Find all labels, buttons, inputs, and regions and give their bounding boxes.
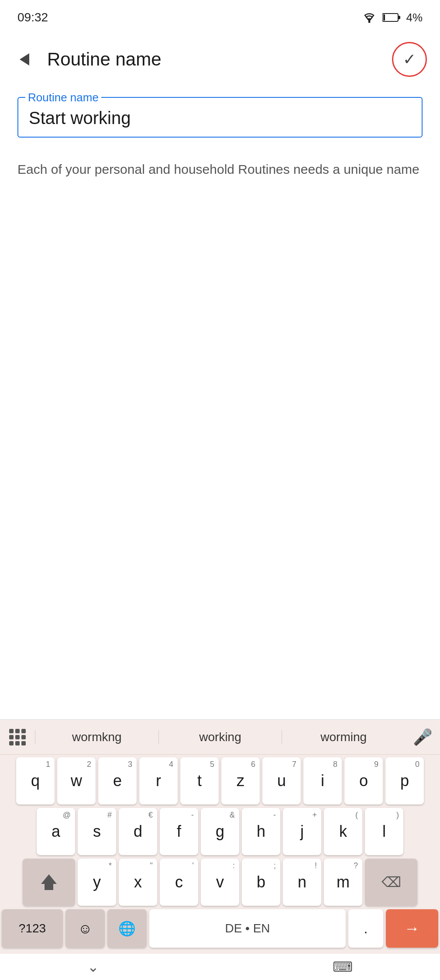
key-j[interactable]: + j — [283, 808, 321, 855]
routine-name-input[interactable] — [29, 108, 411, 128]
key-r[interactable]: 4 r — [139, 757, 178, 804]
key-w[interactable]: 2 w — [57, 757, 96, 804]
enter-key[interactable]: → — [386, 909, 438, 948]
battery-percent: 4% — [406, 11, 423, 24]
keyboard: wormkng working worming 🎤 1 q 2 w 3 e 4 … — [0, 719, 440, 954]
grid-icon — [9, 729, 26, 745]
unique-name-description: Each of your personal and household Rout… — [17, 159, 423, 179]
page-title: Routine name — [40, 49, 392, 70]
svg-rect-3 — [383, 14, 385, 21]
key-g[interactable]: & g — [201, 808, 239, 855]
content-area: Routine name Each of your personal and h… — [0, 84, 440, 179]
status-icons: 4% — [361, 11, 423, 24]
confirm-button[interactable]: ✓ — [392, 42, 427, 77]
delete-icon: ⌫ — [382, 874, 401, 890]
back-arrow-icon — [20, 53, 29, 66]
period-label: . — [364, 921, 368, 937]
suggestion-2[interactable]: working — [158, 730, 282, 744]
emoji-icon: ☺ — [78, 921, 93, 937]
battery-icon — [382, 13, 401, 22]
svg-rect-2 — [398, 16, 400, 19]
mic-button[interactable]: 🎤 — [405, 720, 440, 755]
enter-icon: → — [404, 919, 420, 938]
key-m[interactable]: ? m — [324, 859, 362, 906]
suggestion-3[interactable]: worming — [282, 730, 405, 744]
lang-key[interactable]: 🌐 — [107, 909, 147, 948]
delete-key[interactable]: ⌫ — [365, 859, 417, 906]
suggestions-bar: wormkng working worming 🎤 — [0, 720, 440, 755]
key-l[interactable]: ) l — [365, 808, 403, 855]
space-label: DE • EN — [225, 921, 270, 935]
shift-icon — [41, 874, 57, 890]
key-b[interactable]: ; b — [242, 859, 280, 906]
numbers-key[interactable]: ?123 — [2, 909, 63, 948]
back-button[interactable] — [9, 44, 40, 75]
key-e[interactable]: 3 e — [98, 757, 137, 804]
key-v[interactable]: : v — [201, 859, 239, 906]
key-a[interactable]: @ a — [37, 808, 75, 855]
mic-icon: 🎤 — [413, 728, 433, 746]
key-t[interactable]: 5 t — [180, 757, 219, 804]
period-key[interactable]: . — [348, 909, 383, 948]
key-s[interactable]: # s — [78, 808, 116, 855]
key-row-3: * y " x ' c : v ; b ! n — [2, 859, 438, 906]
check-icon: ✓ — [403, 50, 416, 69]
globe-icon: 🌐 — [118, 920, 136, 937]
key-n[interactable]: ! n — [283, 859, 321, 906]
key-q[interactable]: 1 q — [16, 757, 55, 804]
nav-chevron-icon[interactable]: ⌄ — [87, 959, 99, 975]
key-f[interactable]: - f — [160, 808, 198, 855]
key-k[interactable]: ( k — [324, 808, 362, 855]
suggestion-1[interactable]: wormkng — [35, 730, 158, 744]
key-x[interactable]: " x — [119, 859, 157, 906]
key-d[interactable]: € d — [119, 808, 157, 855]
routine-name-field-container: Routine name — [17, 97, 423, 138]
suggestion-grid-button[interactable] — [0, 720, 35, 755]
key-y[interactable]: * y — [78, 859, 116, 906]
key-i[interactable]: 8 i — [303, 757, 342, 804]
key-rows: 1 q 2 w 3 e 4 r 5 t 6 z — [0, 755, 440, 954]
svg-point-0 — [368, 21, 371, 23]
status-bar: 09:32 4% — [0, 0, 440, 35]
key-u[interactable]: 7 u — [262, 757, 301, 804]
wifi-icon — [361, 11, 377, 24]
key-row-1: 1 q 2 w 3 e 4 r 5 t 6 z — [2, 757, 438, 804]
shift-key[interactable] — [23, 859, 75, 906]
space-key[interactable]: DE • EN — [149, 909, 346, 948]
bottom-nav-bar: ⌄ ⌨ — [0, 954, 440, 980]
key-row-2: @ a # s € d - f & g - h — [2, 808, 438, 855]
key-h[interactable]: - h — [242, 808, 280, 855]
field-label: Routine name — [25, 91, 101, 104]
numbers-label: ?123 — [19, 921, 46, 935]
nav-keyboard-icon[interactable]: ⌨ — [333, 959, 353, 975]
key-z[interactable]: 6 z — [221, 757, 260, 804]
status-time: 09:32 — [17, 10, 48, 24]
key-p[interactable]: 0 p — [385, 757, 424, 804]
key-o[interactable]: 9 o — [344, 757, 383, 804]
app-bar: Routine name ✓ — [0, 35, 440, 84]
key-row-4: ?123 ☺ 🌐 DE • EN . → — [2, 909, 438, 948]
emoji-key[interactable]: ☺ — [65, 909, 105, 948]
key-c[interactable]: ' c — [160, 859, 198, 906]
